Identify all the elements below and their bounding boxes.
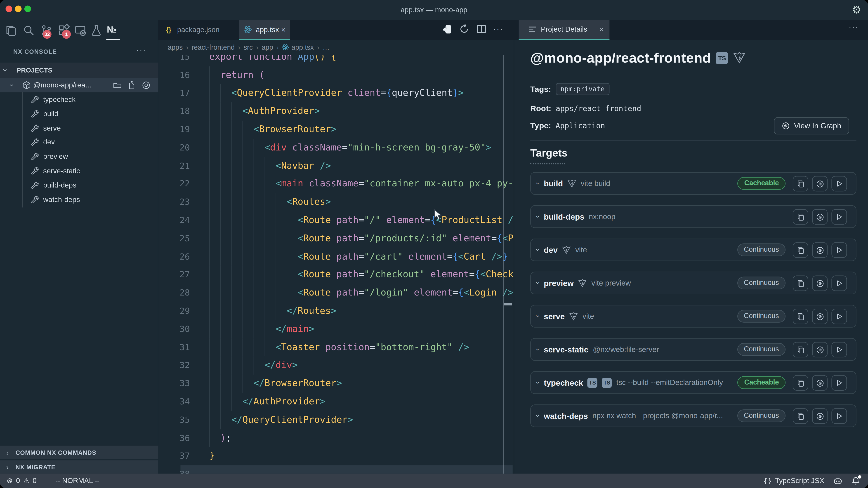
- chevron-down-icon[interactable]: ›: [534, 315, 542, 318]
- breadcrumb[interactable]: apps›react-frontend›src›app›app.tsx›…: [158, 40, 514, 55]
- titlebar[interactable]: app.tsx — mono-app ⚙: [0, 0, 868, 20]
- chevron-down-icon[interactable]: ›: [534, 282, 542, 284]
- sidebar-target-dev[interactable]: dev: [0, 135, 158, 150]
- breadcrumb-item[interactable]: …: [322, 43, 330, 51]
- view-task-graph-button[interactable]: [812, 209, 828, 225]
- sidebar-target-preview[interactable]: preview: [0, 150, 158, 164]
- nx-migrate-section[interactable]: › NX MIGRATE: [0, 460, 158, 474]
- files-copy-icon[interactable]: [5, 24, 17, 37]
- tab-project-details[interactable]: Project Details ×: [519, 20, 610, 40]
- breadcrumb-item[interactable]: react-frontend: [192, 43, 235, 51]
- view-task-graph-button[interactable]: [812, 275, 828, 291]
- copilot-icon[interactable]: [833, 476, 843, 486]
- copy-task-button[interactable]: [793, 209, 808, 225]
- code-line-37[interactable]: 37}: [158, 447, 514, 465]
- remote-explorer-icon[interactable]: [74, 24, 86, 37]
- errors-count[interactable]: 0: [16, 474, 20, 488]
- code-line-23[interactable]: 23 <Routes>: [158, 193, 514, 211]
- copy-task-button[interactable]: [793, 242, 808, 258]
- testing-beaker-icon[interactable]: [90, 24, 102, 37]
- code-line-17[interactable]: 17 <QueryClientProvider client={queryCli…: [158, 84, 514, 102]
- copy-task-button[interactable]: [793, 275, 808, 291]
- chevron-down-icon[interactable]: ›: [534, 182, 542, 185]
- chevron-down-icon[interactable]: ›: [534, 348, 542, 351]
- code-line-18[interactable]: 18 <AuthProvider>: [158, 103, 514, 121]
- target-row-serve[interactable]: ›serveviteContinuous: [530, 305, 856, 327]
- chevron-down-icon[interactable]: ›: [534, 249, 542, 251]
- target-row-build[interactable]: ›buildvite buildCacheable: [530, 172, 856, 195]
- run-task-button[interactable]: [831, 375, 847, 391]
- code-line-30[interactable]: 30 </main>: [158, 320, 514, 338]
- code-line-20[interactable]: 20 <div className="min-h-screen bg-gray-…: [158, 139, 514, 157]
- code-line-32[interactable]: 32 </div>: [158, 357, 514, 375]
- more-actions-icon[interactable]: ···: [493, 24, 505, 36]
- code-line-27[interactable]: 27 <Route path="/checkout" element={<Che…: [158, 266, 514, 284]
- code-line-36[interactable]: 36 );: [158, 429, 514, 447]
- code-line-19[interactable]: 19 <BrowserRouter>: [158, 121, 514, 139]
- breadcrumb-item[interactable]: app.tsx: [282, 43, 314, 51]
- code-line-21[interactable]: 21 <Navbar />: [158, 157, 514, 175]
- view-in-graph-button[interactable]: View In Graph: [774, 117, 849, 134]
- panel-more-actions-icon[interactable]: ···: [848, 22, 859, 31]
- code-line-33[interactable]: 33 </BrowserRouter>: [158, 375, 514, 393]
- sidebar-target-typecheck[interactable]: typecheck: [0, 92, 158, 107]
- close-panel-icon[interactable]: ×: [599, 20, 604, 39]
- code-line-28[interactable]: 28 <Route path="/login" element={<Login …: [158, 284, 514, 302]
- target-row-build-deps[interactable]: ›build-depsnx:noop: [530, 205, 856, 228]
- folder-icon[interactable]: [113, 81, 122, 90]
- chevron-down-icon[interactable]: ›: [534, 381, 542, 384]
- target-row-watch-deps[interactable]: ›watch-depsnpx nx watch --projects @mono…: [530, 404, 856, 427]
- code-line-24[interactable]: 24 <Route path="/" element={<ProductList…: [158, 212, 514, 230]
- search-icon[interactable]: [23, 24, 35, 37]
- code-line-25[interactable]: 25 <Route path="/products/:id" element={…: [158, 230, 514, 248]
- open-project-details-icon[interactable]: [442, 24, 454, 36]
- chevron-down-icon[interactable]: ›: [534, 415, 542, 417]
- breadcrumb-item[interactable]: src: [243, 43, 253, 51]
- view-task-graph-button[interactable]: [812, 408, 828, 424]
- view-task-graph-button[interactable]: [812, 342, 828, 357]
- chevron-down-icon[interactable]: ›: [534, 215, 542, 218]
- sidebar-target-build-deps[interactable]: build-deps: [0, 178, 158, 192]
- target-row-preview[interactable]: ›previewvite previewContinuous: [530, 271, 856, 294]
- copy-task-button[interactable]: [793, 176, 808, 192]
- focus-target-icon[interactable]: [142, 81, 151, 90]
- notifications-bell-icon[interactable]: [851, 477, 860, 485]
- copy-task-button[interactable]: [793, 408, 808, 424]
- close-tab-icon[interactable]: ×: [281, 20, 286, 40]
- run-task-button[interactable]: [831, 176, 847, 192]
- run-task-button[interactable]: [831, 408, 847, 424]
- run-task-button[interactable]: [831, 209, 847, 225]
- copy-task-button[interactable]: [793, 342, 808, 357]
- nx-console-icon[interactable]: N≥: [107, 25, 119, 37]
- sidebar-target-watch-deps[interactable]: watch-deps: [0, 192, 158, 206]
- view-task-graph-button[interactable]: [812, 176, 828, 192]
- code-area[interactable]: 15export function App() {16 return (17 <…: [158, 20, 514, 474]
- sidebar-target-serve-static[interactable]: serve-static: [0, 164, 158, 178]
- projects-section-header[interactable]: › PROJECTS: [0, 63, 158, 78]
- sidebar-more-actions-icon[interactable]: ···: [136, 45, 146, 55]
- code-line-26[interactable]: 26 <Route path="/cart" element={<Cart />…: [158, 248, 514, 266]
- run-task-button[interactable]: [831, 275, 847, 291]
- code-line-31[interactable]: 31 <Toaster position="bottom-right" />: [158, 338, 514, 357]
- sidebar-target-build[interactable]: build: [0, 107, 158, 121]
- run-task-button[interactable]: [831, 342, 847, 357]
- gear-icon[interactable]: ⚙: [852, 3, 862, 16]
- editor-group[interactable]: 15export function App() {16 return (17 <…: [158, 20, 514, 474]
- copy-task-button[interactable]: [793, 309, 808, 324]
- warnings-icon[interactable]: ⚠: [23, 474, 29, 488]
- common-nx-commands-section[interactable]: › COMMON NX COMMANDS: [0, 445, 158, 459]
- code-line-34[interactable]: 34 </AuthProvider>: [158, 393, 514, 411]
- sidebar-target-serve[interactable]: serve: [0, 121, 158, 135]
- project-row[interactable]: › @mono-app/rea...: [0, 78, 158, 92]
- tab-package-json[interactable]: {} package.json: [158, 20, 239, 40]
- code-line-16[interactable]: 16 return (: [158, 66, 514, 84]
- code-line-35[interactable]: 35 </QueryClientProvider>: [158, 411, 514, 429]
- run-task-button[interactable]: [831, 309, 847, 324]
- split-editor-icon[interactable]: [476, 24, 488, 36]
- breadcrumb-item[interactable]: apps: [168, 43, 183, 51]
- tab-app-tsx[interactable]: app.tsx ×: [239, 20, 290, 40]
- view-task-graph-button[interactable]: [812, 242, 828, 258]
- view-task-graph-button[interactable]: [812, 309, 828, 324]
- language-mode[interactable]: { } TypeScript JSX: [764, 474, 825, 488]
- code-line-22[interactable]: 22 <main className="container mx-auto px…: [158, 175, 514, 193]
